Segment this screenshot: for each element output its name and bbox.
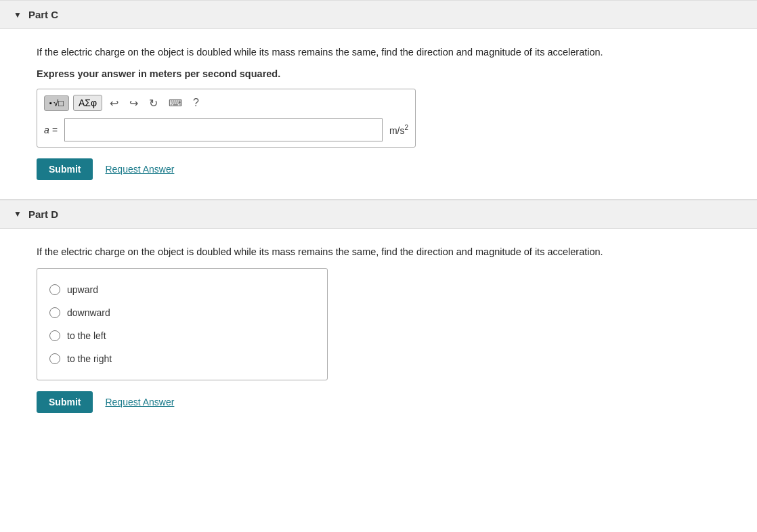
keyboard-btn[interactable]: ⌨ <box>165 95 186 111</box>
option-to-the-right-label: to the right <box>67 353 112 364</box>
part-d-submit-button[interactable]: Submit <box>37 391 93 413</box>
option-upward-label: upward <box>67 284 98 295</box>
refresh-btn[interactable]: ↻ <box>146 95 161 112</box>
option-to-the-right[interactable]: to the right <box>49 347 315 370</box>
part-c-request-answer-link[interactable]: Request Answer <box>105 164 174 175</box>
radio-to-the-left[interactable] <box>49 330 60 341</box>
radio-to-the-right[interactable] <box>49 353 60 364</box>
part-c-input-label: a = <box>44 125 58 135</box>
part-d-action-row: Submit Request Answer <box>37 391 720 413</box>
part-c-unit: m/s2 <box>389 124 408 136</box>
part-d-body: If the electric charge on the object is … <box>0 229 757 432</box>
part-d-title: Part D <box>28 208 58 220</box>
option-downward[interactable]: downward <box>49 301 315 324</box>
option-to-the-left-label: to the left <box>67 330 106 341</box>
undo-btn[interactable]: ↩ <box>106 95 122 112</box>
part-c-header[interactable]: ▼ Part C <box>0 0 757 29</box>
part-c-answer-input[interactable] <box>64 118 383 141</box>
sqrt-fraction-btn[interactable]: ▪ √□ <box>44 95 69 111</box>
part-c-input-row: a = m/s2 <box>44 118 408 141</box>
option-upward[interactable]: upward <box>49 278 315 301</box>
part-c-submit-button[interactable]: Submit <box>37 158 93 180</box>
part-d-question: If the electric charge on the object is … <box>37 245 720 260</box>
part-c-body: If the electric charge on the object is … <box>0 29 757 199</box>
part-c-action-row: Submit Request Answer <box>37 158 720 180</box>
option-to-the-left[interactable]: to the left <box>49 324 315 347</box>
part-c-math-input-box: ▪ √□ ΑΣφ ↩ ↪ ↻ ⌨ ? a = <box>37 89 416 148</box>
part-d-radio-box: upward downward to the left to the right <box>37 268 328 380</box>
help-btn[interactable]: ? <box>190 95 202 111</box>
alpha-symbol-label: ΑΣφ <box>79 97 97 108</box>
sqrt-symbol: √□ <box>53 98 64 108</box>
part-d-collapse-arrow[interactable]: ▼ <box>14 209 22 219</box>
radio-downward[interactable] <box>49 307 60 318</box>
part-c-collapse-arrow[interactable]: ▼ <box>14 10 22 20</box>
math-toolbar: ▪ √□ ΑΣφ ↩ ↪ ↻ ⌨ ? <box>44 95 408 112</box>
radio-upward[interactable] <box>49 284 60 295</box>
option-downward-label: downward <box>67 307 110 318</box>
part-d-header[interactable]: ▼ Part D <box>0 200 757 229</box>
part-c-question: If the electric charge on the object is … <box>37 45 720 60</box>
part-c-title: Part C <box>28 9 58 20</box>
alpha-symbol-btn[interactable]: ΑΣφ <box>73 95 102 111</box>
redo-btn[interactable]: ↪ <box>126 95 142 112</box>
part-c-instruction: Express your answer in meters per second… <box>37 68 720 79</box>
part-d-request-answer-link[interactable]: Request Answer <box>105 397 174 407</box>
